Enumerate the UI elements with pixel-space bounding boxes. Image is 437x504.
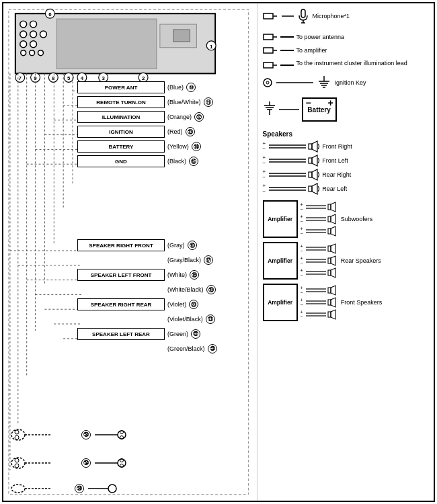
wire-num-11: ⑪	[204, 97, 213, 108]
svg-marker-154	[331, 310, 335, 319]
spk-num-20: ⑳	[189, 300, 198, 310]
wire-row-illumination: ILLUMINATION (Orange) ⑫	[77, 110, 252, 124]
amp-box-3: Amplifier	[263, 284, 298, 321]
rca-row-3: ㉔	[10, 482, 249, 495]
svg-point-6	[30, 21, 37, 28]
speakers-header: Speakers	[263, 130, 428, 138]
svg-point-65	[15, 464, 19, 468]
svg-rect-80	[264, 34, 273, 40]
ignition-key-label: Ignition Key	[335, 79, 366, 86]
svg-text:1: 1	[210, 44, 213, 50]
spk-row-lf2: (White/Black) ⑲	[77, 283, 252, 296]
svg-point-19	[31, 73, 40, 82]
spk-num-22: ㉒	[191, 329, 200, 339]
spk-row-lf: SPEAKER LEFT FRONT (White) ⑱	[77, 268, 252, 282]
svg-rect-117	[309, 186, 312, 192]
svg-text:6: 6	[48, 11, 52, 17]
spk-color-lr: (Green)	[167, 331, 188, 337]
front-speakers-label: Front Speakers	[341, 299, 383, 306]
spk-row-rf: SPEAKER RIGHT FRONT (Gray) ⑯	[77, 239, 252, 252]
speaker-rear-left: +− Rear Left	[263, 183, 428, 195]
spk-color-rr: (Violet)	[167, 301, 186, 308]
svg-point-13	[30, 50, 35, 56]
svg-rect-105	[309, 144, 312, 149]
wire-row-battery: BATTERY (Yellow) ⑭	[77, 140, 252, 153]
svg-point-12	[21, 50, 26, 56]
svg-marker-150	[331, 298, 335, 307]
spk-num-19: ⑲	[206, 285, 216, 295]
rca-num-3: ㉔	[75, 484, 84, 493]
svg-point-56	[15, 430, 19, 434]
spk-color-lf: (White)	[167, 271, 187, 278]
instrument-cluster-label: To the instrument cluster illumination l…	[296, 60, 407, 68]
svg-point-23	[64, 73, 73, 82]
spk-color-rr2: (Violet/Black)	[167, 316, 203, 323]
svg-point-90	[266, 81, 269, 84]
wire-row-ignition: IGNITION (Red) ⑬	[77, 125, 252, 138]
svg-rect-141	[328, 270, 331, 276]
speaker-icon-fl	[308, 155, 320, 167]
wire-row-gnd: GND (Black) ⑮	[77, 155, 252, 168]
microphone-row: Microphone*1	[263, 7, 428, 24]
svg-text:7: 7	[19, 75, 22, 81]
svg-rect-2	[56, 19, 157, 69]
wire-color-battery: (Yellow)	[167, 143, 189, 150]
speaker-icon-rear2	[327, 255, 338, 266]
wire-box-gnd: GND	[77, 155, 165, 167]
instrument-cluster-row: To the instrument cluster illumination l…	[263, 60, 428, 69]
svg-point-21	[48, 73, 58, 82]
wire-num-10: ⑩	[186, 83, 196, 93]
wire-row-remote: REMOTE TURN-ON (Blue/White) ⑪	[77, 95, 252, 109]
svg-rect-3	[160, 24, 197, 48]
svg-text:9: 9	[34, 75, 37, 81]
speaker-icon-rear3	[327, 267, 338, 278]
speaker-rr-label: Rear Right	[322, 171, 351, 178]
svg-rect-77	[301, 9, 305, 17]
speaker-front-right: +− Front Right	[263, 140, 428, 153]
spk-row-rr: SPEAKER RIGHT REAR (Violet) ⑳	[77, 298, 252, 311]
main-container: 6 7 9 8 5 4 3 2 1	[2, 2, 435, 502]
svg-marker-122	[331, 202, 335, 212]
speaker-icon-front1	[327, 285, 338, 296]
wire-num-13: ⑬	[186, 127, 195, 137]
wire-box-ignition: IGNITION	[77, 126, 165, 138]
to-amplifier-row: To amplifier	[263, 46, 428, 54]
svg-point-7	[20, 31, 27, 38]
wire-box-spk-lf: SPEAKER LEFT FRONT	[77, 269, 165, 281]
speaker-front-left: +− Front Left	[263, 155, 428, 167]
spk-row-rf2: (Gray/Black) ⑰	[77, 253, 252, 267]
svg-rect-121	[328, 204, 331, 210]
wire-box-battery: BATTERY	[77, 140, 165, 153]
sub-label: Subwoofers	[341, 216, 373, 222]
svg-point-67	[118, 459, 126, 467]
rear-speakers-label: Rear Speakers	[341, 257, 381, 264]
power-antenna-row: To power antenna	[263, 33, 428, 41]
wire-box-spk-lr: SPEAKER LEFT REAR	[77, 328, 165, 340]
spk-row-lr: SPEAKER LEFT REAR (Green) ㉒	[77, 327, 252, 341]
spk-row-lr2: (Green/Black) ㉓	[77, 342, 252, 355]
speaker-icon-sub2	[327, 214, 338, 224]
wire-box-spk-rf: SPEAKER RIGHT FRONT	[77, 239, 165, 251]
svg-rect-133	[328, 246, 331, 251]
left-panel: 6 7 9 8 5 4 3 2 1	[3, 3, 257, 501]
microphone-label: Microphone*1	[313, 13, 350, 19]
speaker-icon-rear1	[327, 243, 338, 254]
svg-point-9	[40, 31, 47, 38]
svg-point-15	[45, 9, 54, 18]
battery-box: Battery − +	[302, 97, 337, 122]
speaker-rear-right: +− Rear Right	[263, 169, 428, 181]
svg-rect-109	[309, 158, 312, 163]
svg-rect-113	[309, 172, 312, 177]
svg-point-11	[30, 41, 37, 48]
svg-point-8	[30, 31, 37, 38]
speaker-icon-front3	[327, 309, 338, 320]
svg-rect-86	[264, 62, 273, 68]
svg-rect-125	[328, 216, 331, 222]
svg-rect-83	[264, 48, 273, 53]
speaker-icon-sub1	[327, 202, 338, 212]
svg-point-64	[15, 458, 19, 462]
svg-point-73	[108, 485, 116, 493]
wire-color-remote: (Blue/White)	[167, 99, 201, 106]
wire-num-15: ⑮	[189, 157, 198, 167]
svg-marker-146	[331, 286, 335, 295]
